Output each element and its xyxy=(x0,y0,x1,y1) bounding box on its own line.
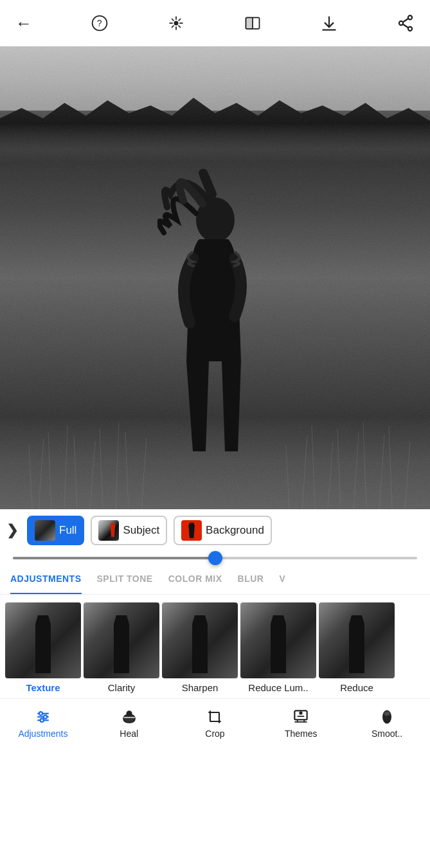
background-thumbnail xyxy=(181,520,202,541)
magic-button[interactable] xyxy=(167,14,185,32)
tabs-container: ADJUSTMENTS SPLIT TONE COLOR MIX BLUR V xyxy=(0,565,430,595)
nav-smooth[interactable]: Smoot.. xyxy=(344,705,430,741)
adj-reduce-lum[interactable]: Reduce Lum.. xyxy=(240,602,316,693)
help-button[interactable]: ? xyxy=(91,14,109,32)
compare-button[interactable] xyxy=(244,14,262,32)
adj-label-clarity: Clarity xyxy=(108,682,136,693)
nav-label-heal: Heal xyxy=(120,728,138,739)
adj-thumb-reduce-lum xyxy=(240,602,316,678)
svg-line-35 xyxy=(328,442,333,509)
slider-fill xyxy=(13,557,215,559)
adjustments-icon xyxy=(34,708,52,726)
nav-heal[interactable]: Heal xyxy=(86,705,172,741)
smooth-icon xyxy=(378,708,396,726)
svg-point-46 xyxy=(39,712,42,715)
svg-line-6 xyxy=(172,19,174,21)
svg-line-19 xyxy=(403,19,408,22)
share-button[interactable] xyxy=(397,14,415,32)
tab-vignette[interactable]: V xyxy=(279,565,285,594)
slider-track[interactable] xyxy=(13,557,417,559)
svg-point-66 xyxy=(384,711,390,716)
svg-line-39 xyxy=(379,435,384,509)
adj-thumb-sharpen xyxy=(162,602,238,678)
subject-thumbnail xyxy=(98,520,119,541)
svg-text:?: ? xyxy=(97,18,102,28)
svg-line-41 xyxy=(405,442,410,509)
top-toolbar: ← ? xyxy=(0,0,430,46)
selection-bar: ❯ Full Subject Background xyxy=(0,509,430,552)
svg-line-9 xyxy=(172,26,174,28)
full-button[interactable]: Full xyxy=(27,516,84,545)
crop-icon xyxy=(206,708,224,726)
svg-point-63 xyxy=(300,712,303,714)
themes-icon xyxy=(292,708,310,726)
nav-themes[interactable]: Themes xyxy=(258,705,344,741)
full-thumbnail xyxy=(35,520,55,541)
tab-color-mix[interactable]: COLOR MIX xyxy=(168,565,222,594)
adj-reduce[interactable]: Reduce xyxy=(319,602,395,693)
svg-line-33 xyxy=(302,435,307,509)
nav-crop[interactable]: Crop xyxy=(172,705,258,741)
svg-point-18 xyxy=(408,27,412,31)
svg-point-48 xyxy=(40,719,44,722)
adj-clarity[interactable]: Clarity xyxy=(84,602,159,693)
adj-label-texture: Texture xyxy=(26,682,60,693)
heal-icon xyxy=(120,708,138,726)
svg-line-20 xyxy=(403,24,408,28)
svg-line-22 xyxy=(29,445,32,509)
svg-point-16 xyxy=(408,15,412,19)
slider-thumb[interactable] xyxy=(208,551,222,565)
svg-line-8 xyxy=(179,19,181,21)
download-button[interactable] xyxy=(320,14,338,32)
main-image xyxy=(0,46,430,509)
svg-line-40 xyxy=(389,426,392,509)
back-button[interactable]: ← xyxy=(15,14,32,33)
svg-line-32 xyxy=(286,445,289,509)
svg-line-26 xyxy=(74,435,77,509)
bottom-nav: Adjustments Heal Crop xyxy=(0,698,430,745)
svg-line-37 xyxy=(354,432,359,509)
adj-label-sharpen: Sharpen xyxy=(182,682,219,693)
tab-split-tone[interactable]: SPLIT TONE xyxy=(97,565,153,594)
svg-line-23 xyxy=(39,439,44,509)
adj-thumb-texture xyxy=(5,602,81,678)
selection-arrow[interactable]: ❯ xyxy=(6,522,18,539)
adj-label-reduce: Reduce xyxy=(340,682,373,693)
svg-line-27 xyxy=(90,442,95,509)
adj-sharpen[interactable]: Sharpen xyxy=(162,602,238,693)
svg-point-10 xyxy=(174,21,177,24)
svg-line-7 xyxy=(179,26,181,28)
background-label: Background xyxy=(206,524,264,537)
svg-line-34 xyxy=(312,426,315,509)
adj-label-reduce-lum: Reduce Lum.. xyxy=(248,682,308,693)
svg-rect-53 xyxy=(210,712,219,721)
svg-line-36 xyxy=(337,429,341,509)
nav-label-themes: Themes xyxy=(285,728,318,739)
slider-container xyxy=(0,552,430,565)
nav-label-adjustments: Adjustments xyxy=(18,728,67,739)
svg-line-24 xyxy=(48,432,51,509)
adj-texture[interactable]: Texture xyxy=(5,602,81,693)
tab-adjustments[interactable]: ADJUSTMENTS xyxy=(10,565,82,594)
svg-line-31 xyxy=(141,439,147,509)
svg-point-17 xyxy=(399,21,403,25)
svg-line-30 xyxy=(125,432,129,509)
adj-thumb-clarity xyxy=(84,602,159,678)
adjustments-strip: Texture Clarity Sharpen Reduce Lum.. Red… xyxy=(0,595,430,698)
svg-line-38 xyxy=(363,422,366,509)
svg-line-29 xyxy=(116,422,119,509)
svg-line-25 xyxy=(64,426,67,509)
tab-blur[interactable]: BLUR xyxy=(238,565,264,594)
svg-line-28 xyxy=(100,429,103,509)
nav-adjustments[interactable]: Adjustments xyxy=(0,705,86,741)
svg-point-47 xyxy=(44,715,47,718)
svg-rect-13 xyxy=(246,17,253,29)
nav-label-smooth: Smoot.. xyxy=(372,728,402,739)
full-label: Full xyxy=(59,524,76,537)
subject-label: Subject xyxy=(123,524,159,537)
svg-point-52 xyxy=(127,711,131,716)
subject-button[interactable]: Subject xyxy=(91,516,167,545)
background-button[interactable]: Background xyxy=(174,516,272,545)
nav-label-crop: Crop xyxy=(205,728,224,739)
adj-thumb-reduce xyxy=(319,602,395,678)
